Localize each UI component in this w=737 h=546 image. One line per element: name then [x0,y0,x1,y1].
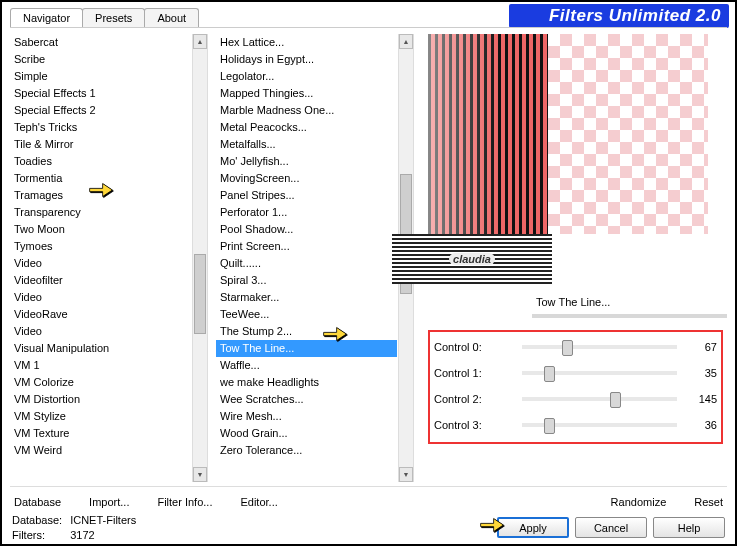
control-slider[interactable]: .slider::after{left:var(--p)} [522,345,677,349]
control-row: Control 0:.slider::after{left:var(--p)}6… [434,334,717,360]
list-item[interactable]: Transparency [10,204,191,221]
filter-preview [428,34,708,234]
list-item[interactable]: Quilt...... [216,255,397,272]
reset-link[interactable]: Reset [690,494,727,510]
list-item[interactable]: VideoRave [10,306,191,323]
list-item[interactable]: Wee Scratches... [216,391,397,408]
list-item[interactable]: Visual Manipulation [10,340,191,357]
list-item[interactable]: Scribe [10,51,191,68]
category-column: SabercatScribeSimpleSpecial Effects 1Spe… [10,34,208,482]
filter-column: Hex Lattice...Holidays in Egypt...Legola… [216,34,414,482]
selected-filter-label: Tow The Line... [532,294,727,318]
control-slider[interactable]: .slider::after{left:var(--p)} [522,423,677,427]
scroll-down-icon[interactable]: ▼ [193,467,207,482]
list-item[interactable]: Toadies [10,153,191,170]
tab-about[interactable]: About [144,8,199,27]
list-item[interactable]: Waffle... [216,357,397,374]
list-item[interactable]: Print Screen... [216,238,397,255]
scroll-up-icon[interactable]: ▲ [193,34,207,49]
category-list[interactable]: SabercatScribeSimpleSpecial Effects 1Spe… [10,34,191,482]
footer: Database:ICNET-Filters Filters:3172 Appl… [10,512,727,540]
dialog-button-row: Apply Cancel Help [497,517,725,538]
list-item[interactable]: MovingScreen... [216,170,397,187]
list-item[interactable]: Tile & Mirror [10,136,191,153]
scroll-down-icon[interactable]: ▼ [399,467,413,482]
main-area: SabercatScribeSimpleSpecial Effects 1Spe… [10,34,727,482]
apply-button[interactable]: Apply [497,517,569,538]
list-item[interactable]: Mapped Thingies... [216,85,397,102]
import-link[interactable]: Import... [85,494,133,510]
list-item[interactable]: Special Effects 1 [10,85,191,102]
control-row: Control 2:.slider::after{left:var(--p)}1… [434,386,717,412]
category-scrollbar[interactable]: ▲ ▼ [192,34,207,482]
right-pane: claudia Tow The Line... Control 0:.slide… [422,34,727,482]
list-item[interactable]: Holidays in Egypt... [216,51,397,68]
watermark: claudia [392,234,552,284]
list-item[interactable]: VM Colorize [10,374,191,391]
filter-list[interactable]: Hex Lattice...Holidays in Egypt...Legola… [216,34,397,482]
list-item[interactable]: Tramages [10,187,191,204]
list-item[interactable]: VM Texture [10,425,191,442]
list-item[interactable]: Video [10,323,191,340]
scroll-thumb[interactable] [194,254,206,334]
list-item[interactable]: Mo' Jellyfish... [216,153,397,170]
list-item[interactable]: Legolator... [216,68,397,85]
list-item[interactable]: Marble Madness One... [216,102,397,119]
list-item[interactable]: Zero Tolerance... [216,442,397,459]
db-info: Database:ICNET-Filters Filters:3172 [10,512,138,544]
list-item[interactable]: Simple [10,68,191,85]
controls-panel: Control 0:.slider::after{left:var(--p)}6… [428,330,723,444]
list-item[interactable]: Tymoes [10,238,191,255]
list-item[interactable]: Sabercat [10,34,191,51]
list-item[interactable]: Perforator 1... [216,204,397,221]
scroll-up-icon[interactable]: ▲ [399,34,413,49]
control-label: Control 1: [434,367,514,379]
list-item[interactable]: Panel Stripes... [216,187,397,204]
list-item[interactable]: Spiral 3... [216,272,397,289]
list-item[interactable]: Tow The Line... [216,340,397,357]
list-item[interactable]: Special Effects 2 [10,102,191,119]
list-item[interactable]: TeeWee... [216,306,397,323]
list-item[interactable]: Video [10,289,191,306]
list-item[interactable]: VM 1 [10,357,191,374]
bottom-link-bar: Database Import... Filter Info... Editor… [10,486,727,512]
list-item[interactable]: Wire Mesh... [216,408,397,425]
cancel-button[interactable]: Cancel [575,517,647,538]
control-label: Control 3: [434,419,514,431]
list-item[interactable]: Tormentia [10,170,191,187]
list-item[interactable]: Hex Lattice... [216,34,397,51]
randomize-link[interactable]: Randomize [607,494,671,510]
list-item[interactable]: Pool Shadow... [216,221,397,238]
tab-strip: Navigator Presets About [10,8,198,27]
list-item[interactable]: The Stump 2... [216,323,397,340]
help-button[interactable]: Help [653,517,725,538]
control-row: Control 3:.slider::after{left:var(--p)}3… [434,412,717,438]
control-slider[interactable]: .slider::after{left:var(--p)} [522,371,677,375]
list-item[interactable]: Two Moon [10,221,191,238]
control-label: Control 2: [434,393,514,405]
editor-link[interactable]: Editor... [236,494,281,510]
control-value: 35 [685,367,717,379]
control-value: 36 [685,419,717,431]
database-link[interactable]: Database [10,494,65,510]
list-item[interactable]: Metal Peacocks... [216,119,397,136]
tab-navigator[interactable]: Navigator [10,8,83,27]
control-label: Control 0: [434,341,514,353]
control-slider[interactable]: .slider::after{left:var(--p)} [522,397,677,401]
list-item[interactable]: VM Stylize [10,408,191,425]
list-item[interactable]: Metalfalls... [216,136,397,153]
list-item[interactable]: VM Weird [10,442,191,459]
list-item[interactable]: we make Headlights [216,374,397,391]
list-item[interactable]: Wood Grain... [216,425,397,442]
list-item[interactable]: Videofilter [10,272,191,289]
control-row: Control 1:.slider::after{left:var(--p)}3… [434,360,717,386]
list-item[interactable]: VM Distortion [10,391,191,408]
list-item[interactable]: Starmaker... [216,289,397,306]
list-item[interactable]: Teph's Tricks [10,119,191,136]
list-item[interactable]: Video [10,255,191,272]
filter-info-link[interactable]: Filter Info... [153,494,216,510]
app-title: Filters Unlimited 2.0 [509,4,729,28]
tab-presets[interactable]: Presets [82,8,145,27]
top-bar: Navigator Presets About Filters Unlimite… [2,2,735,28]
control-value: 67 [685,341,717,353]
